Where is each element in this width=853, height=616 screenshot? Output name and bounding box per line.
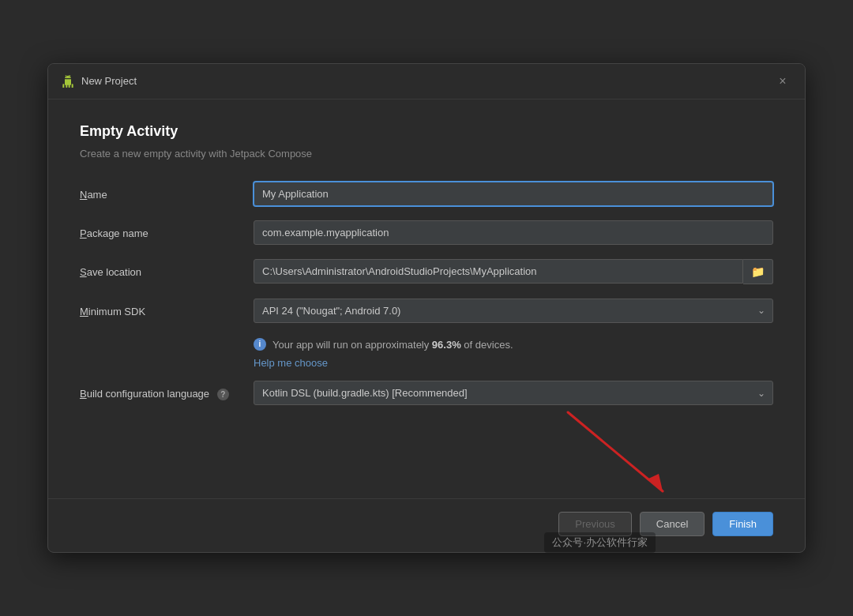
build-config-select[interactable]: Kotlin DSL (build.gradle.kts) [Recommend…	[254, 381, 773, 405]
help-me-choose-link[interactable]: Help me choose	[254, 357, 328, 369]
title-bar: New Project ×	[48, 64, 805, 100]
dialog-body: Empty Activity Create a new empty activi…	[48, 100, 805, 436]
browse-folder-button[interactable]: 📁	[743, 259, 773, 284]
dialog-title: New Project	[81, 75, 767, 87]
close-button[interactable]: ×	[773, 72, 792, 91]
new-project-dialog: New Project × Empty Activity Create a ne…	[47, 63, 806, 554]
folder-icon: 📁	[751, 265, 765, 278]
package-name-label: Package name	[80, 226, 254, 239]
info-icon: i	[254, 338, 266, 351]
package-name-row: Package name	[80, 220, 773, 245]
minimum-sdk-field: API 24 ("Nougat"; Android 7.0) ⌄	[254, 299, 773, 323]
package-name-field	[254, 220, 773, 245]
save-location-input[interactable]	[254, 259, 743, 284]
cancel-button[interactable]: Cancel	[640, 512, 705, 536]
info-text: Your app will run on approximately 96.3%…	[272, 337, 513, 353]
previous-button[interactable]: Previous	[558, 512, 632, 536]
name-field	[254, 182, 773, 206]
backdrop: New Project × Empty Activity Create a ne…	[0, 0, 853, 616]
save-location-field: 📁	[254, 259, 773, 284]
help-row: Help me choose	[80, 355, 773, 370]
save-location-row: Save location 📁	[80, 259, 773, 284]
name-label: Name	[80, 187, 254, 201]
finish-button[interactable]: Finish	[712, 512, 773, 536]
help-icon[interactable]: ?	[217, 389, 229, 400]
minimum-sdk-select-wrapper: API 24 ("Nougat"; Android 7.0) ⌄	[254, 299, 773, 323]
save-location-label: Save location	[80, 265, 254, 278]
minimum-sdk-label: Minimum SDK	[80, 304, 254, 317]
android-icon	[61, 74, 75, 88]
info-row: i Your app will run on approximately 96.…	[80, 337, 773, 353]
dialog-footer: Previous Cancel Finish	[48, 498, 805, 552]
name-row: Name	[80, 182, 773, 206]
save-location-input-group: 📁	[254, 259, 773, 284]
build-config-label: Build configuration language ?	[80, 386, 254, 400]
minimum-sdk-select[interactable]: API 24 ("Nougat"; Android 7.0)	[254, 299, 773, 323]
build-config-field: Kotlin DSL (build.gradle.kts) [Recommend…	[254, 381, 773, 405]
build-config-row: Build configuration language ? Kotlin DS…	[80, 381, 773, 405]
section-subtitle: Create a new empty activity with Jetpack…	[80, 148, 773, 160]
name-input[interactable]	[254, 182, 773, 206]
minimum-sdk-row: Minimum SDK API 24 ("Nougat"; Android 7.…	[80, 299, 773, 323]
build-config-select-wrapper: Kotlin DSL (build.gradle.kts) [Recommend…	[254, 381, 773, 405]
svg-marker-1	[647, 474, 663, 491]
section-title: Empty Activity	[80, 123, 773, 140]
package-name-input[interactable]	[254, 220, 773, 245]
